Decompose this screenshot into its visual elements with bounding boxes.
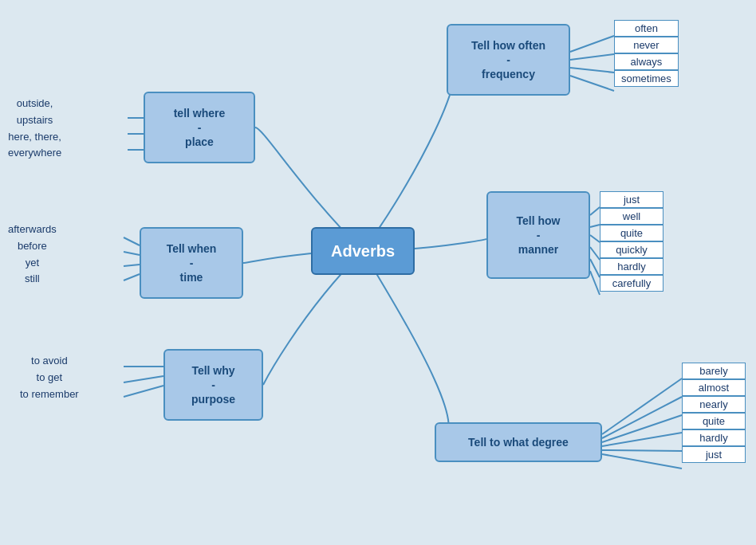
purpose-examples: to avoidto getto remember — [20, 353, 79, 402]
degree-item-4: quite — [682, 413, 746, 429]
svg-line-22 — [124, 274, 140, 280]
svg-line-7 — [590, 247, 600, 260]
center-label: Adverbs — [331, 241, 395, 261]
svg-line-11 — [602, 397, 682, 438]
label-time: Tell when-time — [167, 241, 217, 285]
svg-line-5 — [590, 225, 600, 227]
node-degree: Tell to what degree — [435, 422, 602, 462]
degree-item-2: almost — [682, 379, 746, 396]
svg-line-25 — [124, 386, 163, 397]
center-node: Adverbs — [311, 227, 415, 275]
svg-line-0 — [570, 36, 614, 52]
svg-line-12 — [602, 415, 682, 442]
list-manner: just well quite quickly hardly carefully — [600, 191, 663, 292]
svg-line-20 — [124, 252, 140, 255]
manner-item-6: carefully — [600, 275, 663, 292]
svg-line-4 — [590, 207, 600, 215]
svg-line-1 — [570, 54, 614, 60]
node-purpose: Tell why-purpose — [163, 349, 263, 421]
degree-item-1: barely — [682, 363, 746, 379]
svg-line-24 — [124, 376, 163, 382]
svg-line-2 — [570, 68, 614, 73]
svg-line-8 — [590, 259, 600, 277]
label-frequency: Tell how often-frequency — [471, 38, 545, 82]
manner-item-1: just — [600, 191, 663, 208]
node-manner: Tell how-manner — [486, 191, 590, 279]
svg-line-14 — [602, 450, 682, 451]
svg-line-10 — [602, 378, 682, 434]
list-frequency: often never always sometimes — [614, 20, 679, 87]
svg-line-3 — [570, 76, 614, 91]
node-place: tell where-place — [144, 92, 255, 163]
svg-line-13 — [602, 433, 682, 446]
degree-item-6: just — [682, 446, 746, 463]
mind-map-canvas: Adverbs Tell how often-frequency Tell ho… — [0, 0, 756, 545]
svg-line-6 — [590, 235, 600, 242]
node-time: Tell when-time — [140, 227, 243, 299]
time-examples: afterwardsbeforeyetstill — [8, 222, 57, 288]
place-examples: outside,upstairshere, there,everywhere — [8, 96, 61, 162]
freq-item-4: sometimes — [614, 70, 679, 87]
manner-item-4: quickly — [600, 241, 663, 258]
label-purpose: Tell why-purpose — [191, 363, 235, 407]
list-degree: barely almost nearly quite hardly just — [682, 363, 746, 463]
manner-item-5: hardly — [600, 258, 663, 275]
svg-line-9 — [590, 271, 600, 295]
degree-item-3: nearly — [682, 396, 746, 413]
label-manner: Tell how-manner — [517, 214, 561, 257]
label-degree: Tell to what degree — [468, 435, 569, 449]
freq-item-2: never — [614, 37, 679, 53]
svg-line-21 — [124, 265, 140, 266]
label-place: tell where-place — [174, 106, 226, 150]
manner-item-3: quite — [600, 225, 663, 241]
svg-line-15 — [602, 454, 682, 469]
degree-item-5: hardly — [682, 429, 746, 446]
svg-line-19 — [124, 237, 140, 245]
node-frequency: Tell how often-frequency — [447, 24, 570, 96]
manner-item-2: well — [600, 208, 663, 225]
freq-item-3: always — [614, 53, 679, 70]
freq-item-1: often — [614, 20, 679, 37]
